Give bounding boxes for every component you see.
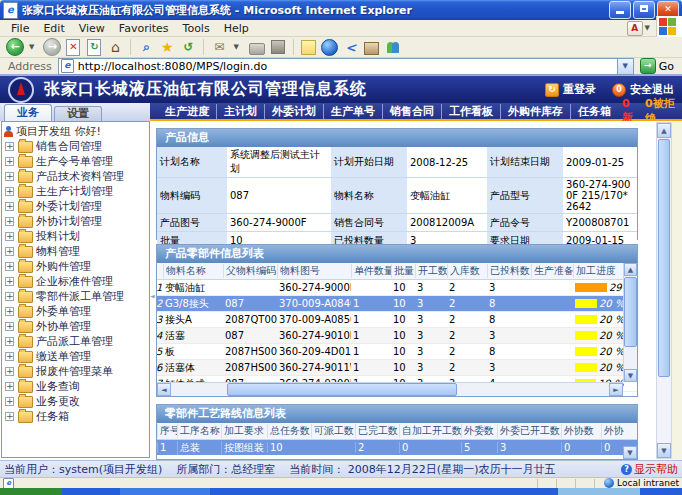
scroll-down-icon[interactable]: ▼	[623, 446, 637, 459]
table-row[interactable]: 3 接头A2087QT002 370-009-A08501 103 28 20 …	[157, 312, 637, 328]
sidebar-item-business-change[interactable]: +业务更改	[2, 394, 149, 409]
sidebar-item-standard-parts[interactable]: +企业标准件管理	[2, 274, 149, 289]
flashget-icon[interactable]: <	[342, 38, 360, 56]
sidebar-item-sales-contract[interactable]: +销售合同管理	[2, 139, 149, 154]
sidebar-item-material-mgmt[interactable]: +物料管理	[2, 244, 149, 259]
scroll-down-icon[interactable]: ▼	[657, 443, 671, 458]
col-invested[interactable]: 已投料数	[487, 264, 531, 278]
forward-icon[interactable]: →	[43, 38, 61, 56]
col-stored[interactable]: 入库数	[447, 264, 487, 278]
nav-master-plan[interactable]: 主计划	[216, 104, 264, 119]
sidebar-item-business-query[interactable]: +业务查询	[2, 379, 149, 394]
expand-icon[interactable]: +	[5, 352, 14, 361]
chevron-down-icon[interactable]: ▼	[645, 24, 650, 32]
expand-icon[interactable]: +	[5, 382, 14, 391]
expand-icon[interactable]: +	[5, 367, 14, 376]
col-drawing-no[interactable]: 物料图号	[277, 264, 351, 278]
expand-icon[interactable]: +	[5, 292, 14, 301]
relogin-button[interactable]: ↻ 重登录	[545, 82, 596, 97]
expand-icon[interactable]: +	[5, 202, 14, 211]
col-batch[interactable]: 批量	[391, 264, 415, 278]
sidebar-item-purchased-parts[interactable]: +外购件管理	[2, 259, 149, 274]
expand-icon[interactable]: +	[5, 277, 14, 286]
table-row-selected[interactable]: 2 G3/8接头087 370-009-A08401 103 28 20 %	[157, 296, 637, 312]
nav-production-order[interactable]: 生产单号	[323, 104, 382, 119]
table-row[interactable]: 1 变幅油缸 360-274-9000F 103 23 29 %	[157, 280, 637, 296]
table-row[interactable]: 4 活塞087 360-274-9010F1 103 23 20 %	[157, 328, 637, 344]
sidebar-item-outsource-order[interactable]: +外委单管理	[2, 304, 149, 319]
col-parent-code[interactable]: 父物料编码	[223, 264, 277, 278]
col-coop-cut[interactable]: 外协	[601, 424, 637, 438]
col-material-name[interactable]: 物料名称	[163, 264, 223, 278]
col-finished[interactable]: 已完工数	[355, 424, 399, 438]
col-self-started[interactable]: 自加工开工数	[399, 424, 461, 438]
sidebar-item-coop-plan[interactable]: +外协计划管理	[2, 214, 149, 229]
menu-file[interactable]: File	[4, 22, 36, 35]
sidebar-item-scrap-mgmt[interactable]: +报废件管理菜单	[2, 364, 149, 379]
address-dropdown-icon[interactable]: ▼	[618, 58, 634, 75]
expand-icon[interactable]: +	[5, 337, 14, 346]
menu-view[interactable]: View	[72, 22, 112, 35]
expand-icon[interactable]: +	[5, 397, 14, 406]
expand-icon[interactable]: +	[5, 322, 14, 331]
sidebar-item-delivery-order[interactable]: +缴送单管理	[2, 349, 149, 364]
address-input[interactable]: e http://localhost:8080/MPS/login.do	[58, 58, 618, 75]
table-row[interactable]: 6 活塞体2087HS002 360-274-9011W1 103 23 20 …	[157, 360, 637, 376]
scroll-up-icon[interactable]: ▲	[624, 263, 637, 276]
taskbar-button[interactable]	[558, 488, 640, 495]
col-outsourced[interactable]: 外委数	[461, 424, 497, 438]
scrollbar-thumb[interactable]	[624, 277, 637, 347]
maximize-button[interactable]	[633, 1, 655, 19]
sidebar-item-outsource-plan[interactable]: +外委计划管理	[2, 199, 149, 214]
sidebar-item-task-box[interactable]: +任务箱	[2, 409, 149, 424]
tab-business[interactable]: 业务	[4, 104, 52, 121]
taskbar-button[interactable]	[120, 488, 210, 495]
col-prep[interactable]: 生产准备	[531, 264, 573, 278]
scroll-up-icon[interactable]: ▲	[657, 123, 671, 138]
menu-edit[interactable]: Edit	[36, 22, 71, 35]
sidebar-item-product-dispatch[interactable]: +产品派工单管理	[2, 334, 149, 349]
refresh-icon[interactable]: ↻	[85, 38, 103, 56]
expand-icon[interactable]: +	[5, 142, 14, 151]
col-seq[interactable]: 序号	[157, 424, 177, 438]
expand-icon[interactable]: +	[5, 412, 14, 421]
stop-icon[interactable]: ✕	[64, 38, 82, 56]
col-total-tasks[interactable]: 总任务数	[267, 424, 311, 438]
expand-icon[interactable]: +	[5, 262, 14, 271]
sidebar-item-feeding-plan[interactable]: +投料计划	[2, 229, 149, 244]
go-button[interactable]: → Go	[634, 58, 680, 74]
sidebar-item-coop-order[interactable]: +外协单管理	[2, 319, 149, 334]
expand-icon[interactable]: +	[5, 307, 14, 316]
expand-icon[interactable]: +	[5, 217, 14, 226]
col-outsourced-started[interactable]: 外委已开工数	[497, 424, 561, 438]
edit-icon[interactable]	[269, 38, 287, 56]
col-requirement[interactable]: 加工要求	[221, 424, 267, 438]
mail-icon[interactable]: ✉	[210, 38, 228, 56]
show-help-button[interactable]: ? 显示帮助	[621, 462, 678, 477]
print-icon[interactable]	[248, 38, 266, 56]
nav-work-board[interactable]: 工作看板	[441, 104, 500, 119]
minimize-button[interactable]	[609, 1, 631, 19]
messenger-icon[interactable]	[384, 38, 402, 56]
home-icon[interactable]: ⌂	[106, 38, 124, 56]
expand-icon[interactable]: +	[5, 187, 14, 196]
table-row[interactable]: 5 板2087HS002 360-209-4D0101 103 28 20 %	[157, 344, 637, 360]
sidebar-item-master-plan[interactable]: +主生产计划管理	[2, 184, 149, 199]
parts-vertical-scrollbar[interactable]: ▲ ▼	[623, 263, 637, 382]
back-icon[interactable]: ←	[6, 38, 24, 56]
nav-outsource-plan[interactable]: 外委计划	[264, 104, 323, 119]
col-coop[interactable]: 外协数	[561, 424, 601, 438]
favorites-icon[interactable]: ★	[158, 38, 176, 56]
sidebar-item-tech-data[interactable]: +产品技术资料管理	[2, 169, 149, 184]
nav-production-progress[interactable]: 生产进度	[158, 104, 216, 119]
page-vertical-scrollbar[interactable]: ▲ ▼	[656, 122, 672, 459]
tab-settings[interactable]: 设置	[54, 106, 102, 121]
process-row-selected[interactable]: 1总装 按图组装10 2 05 30 0	[157, 440, 637, 455]
scroll-left-icon[interactable]: ◄	[157, 383, 171, 396]
scroll-right-icon[interactable]: ►	[609, 383, 623, 396]
pdf-toolbar-icon[interactable]: A	[627, 21, 643, 36]
nav-task-box[interactable]: 任务箱	[570, 104, 618, 119]
research-book-icon[interactable]	[363, 38, 381, 56]
parts-horizontal-scrollbar[interactable]: ◄ ►	[157, 382, 623, 396]
scrollbar-thumb[interactable]	[227, 383, 457, 396]
